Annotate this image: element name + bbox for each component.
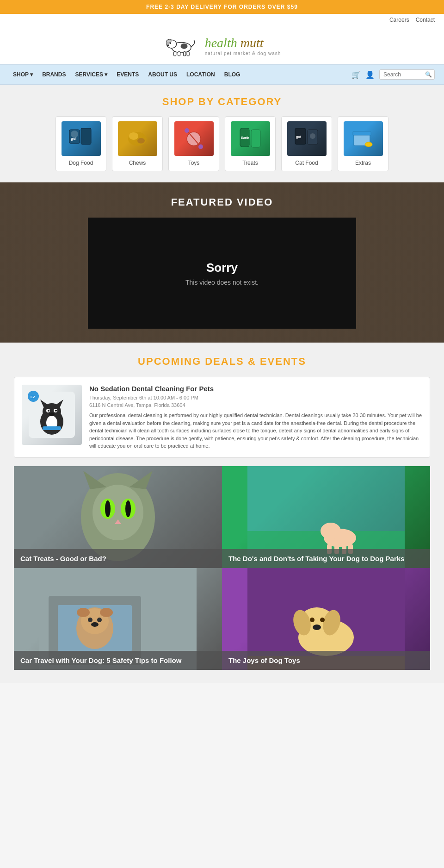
search-input[interactable]: [383, 71, 425, 78]
nav-about[interactable]: ABOUT US: [144, 69, 181, 80]
category-treats[interactable]: Earth Treats: [225, 116, 276, 171]
svg-point-37: [48, 410, 49, 412]
shop-section-title: SHOP BY CATEGORY: [9, 96, 435, 108]
svg-rect-7: [183, 52, 185, 56]
svg-point-69: [91, 622, 99, 627]
logo-area: health mutt natural pet market & dog was…: [0, 26, 444, 64]
category-cat-food[interactable]: go! Cat Food: [281, 116, 332, 171]
deal-content-0: No Sedation Dental Cleaning For Pets Thu…: [89, 385, 422, 450]
video-sorry-desc: This video does not exist.: [185, 279, 259, 286]
svg-point-75: [310, 618, 314, 622]
deal-address-0: 6116 N Central Ave, Tampa, Florida 33604: [89, 402, 422, 408]
svg-point-67: [88, 618, 92, 622]
svg-point-9: [180, 44, 187, 49]
category-chews-img: [118, 121, 157, 156]
category-dog-food[interactable]: go! Dog Food: [56, 116, 106, 171]
svg-point-44: [92, 485, 143, 540]
deal-description-0: Our professional dental cleaning is perf…: [89, 412, 422, 450]
svg-point-16: [137, 138, 145, 144]
category-treats-label: Treats: [242, 160, 258, 166]
svg-point-48: [125, 500, 131, 517]
svg-text:go!: go!: [71, 137, 76, 141]
svg-text:EZ: EZ: [31, 395, 35, 399]
svg-point-30: [365, 142, 372, 147]
search-icon: 🔍: [425, 71, 432, 78]
deal-card-0: EZ No Sedation Dental Cleaning For Pets …: [14, 377, 430, 458]
blog-item-1[interactable]: The Do's and Don'ts of Taking Your Dog t…: [222, 466, 430, 568]
category-extras-img: [344, 121, 383, 156]
category-treats-img: Earth: [231, 121, 270, 156]
category-dog-food-img: go!: [62, 121, 101, 156]
user-icon[interactable]: 👤: [365, 70, 375, 79]
svg-rect-6: [178, 52, 180, 56]
main-nav: SHOP ▾ BRANDS SERVICES ▾ EVENTS ABOUT US…: [0, 64, 444, 85]
category-extras-label: Extras: [355, 160, 371, 166]
svg-point-26: [310, 133, 315, 139]
category-cat-food-label: Cat Food: [295, 160, 318, 166]
featured-video-title: FEATURED VIDEO: [171, 196, 273, 208]
category-toys-label: Toys: [188, 160, 200, 166]
contact-link[interactable]: Contact: [416, 17, 435, 23]
nav-icons: 🛒 👤 🔍: [352, 69, 435, 80]
nav-shop[interactable]: SHOP ▾: [9, 69, 37, 80]
deal-image-0: EZ: [22, 385, 82, 445]
blog-label-3: The Joys of Dog Toys: [222, 651, 430, 670]
category-grid: go! Dog Food Chews: [9, 116, 435, 171]
svg-point-38: [55, 410, 57, 412]
svg-text:go!: go!: [296, 135, 301, 139]
search-box[interactable]: 🔍: [379, 69, 435, 80]
top-banner: FREE 2-3 DAY DELIVERY FOR ORDERS OVER $5…: [0, 0, 444, 14]
svg-rect-22: [251, 130, 260, 147]
svg-point-39: [49, 412, 55, 416]
svg-point-77: [313, 624, 321, 630]
nav-links: SHOP ▾ BRANDS SERVICES ▾ EVENTS ABOUT US…: [9, 69, 352, 80]
blog-label-1: The Do's and Don'ts of Taking Your Dog t…: [222, 549, 430, 568]
category-chews[interactable]: Chews: [112, 116, 163, 171]
svg-point-55: [321, 523, 341, 539]
svg-rect-5: [173, 52, 176, 56]
svg-point-76: [320, 618, 325, 622]
svg-point-65: [77, 608, 90, 617]
blog-item-2[interactable]: Car Travel with Your Dog: 5 Safety Tips …: [14, 568, 222, 670]
blog-label-0: Cat Treats - Good or Bad?: [14, 549, 222, 568]
logo-tagline: natural pet market & dog wash: [205, 51, 281, 56]
category-dog-food-label: Dog Food: [69, 160, 93, 166]
logo-name: health mutt: [205, 37, 281, 50]
logo-dog-image: [163, 33, 200, 59]
nav-blog[interactable]: BLOG: [221, 69, 244, 80]
nav-services[interactable]: SERVICES ▾: [71, 69, 111, 80]
video-sorry-text: Sorry: [206, 261, 238, 275]
nav-brands[interactable]: BRANDS: [38, 69, 69, 80]
category-toys[interactable]: Toys: [168, 116, 219, 171]
svg-text:Earth: Earth: [241, 136, 249, 139]
svg-point-68: [97, 618, 102, 622]
deal-date-0: Thursday, September 6th at 10:00 AM - 6:…: [89, 395, 422, 400]
top-links-bar: Careers Contact: [0, 14, 444, 26]
svg-rect-29: [353, 131, 371, 135]
careers-link[interactable]: Careers: [389, 17, 409, 23]
category-extras[interactable]: Extras: [338, 116, 388, 171]
svg-point-20: [198, 144, 203, 149]
category-cat-food-img: go!: [287, 121, 327, 156]
nav-events[interactable]: EVENTS: [113, 69, 142, 80]
deals-section-title: UPCOMING DEALS & EVENTS: [14, 356, 430, 368]
video-placeholder[interactable]: Sorry This video does not exist.: [88, 218, 356, 329]
blog-label-2: Car Travel with Your Dog: 5 Safety Tips …: [14, 651, 222, 670]
blog-item-3[interactable]: The Joys of Dog Toys: [222, 568, 430, 670]
shop-by-category: SHOP BY CATEGORY go! Dog Food: [0, 85, 444, 182]
deals-section: UPCOMING DEALS & EVENTS: [0, 343, 444, 683]
svg-point-19: [185, 128, 189, 133]
category-chews-label: Chews: [129, 160, 146, 166]
svg-rect-8: [187, 52, 189, 56]
featured-video-section: FEATURED VIDEO Sorry This video does not…: [0, 182, 444, 343]
blog-grid: Cat Treats - Good or Bad? The Do's and D…: [14, 466, 430, 670]
svg-point-4: [167, 44, 169, 46]
cart-icon[interactable]: 🛒: [352, 70, 361, 79]
deal-event-name-0: No Sedation Dental Cleaning For Pets: [89, 385, 422, 393]
blog-item-0[interactable]: Cat Treats - Good or Bad?: [14, 466, 222, 568]
category-toys-img: [174, 121, 214, 156]
nav-location[interactable]: LOCATION: [183, 69, 219, 80]
svg-point-66: [100, 608, 113, 617]
svg-point-47: [105, 500, 111, 517]
svg-rect-40: [43, 426, 61, 430]
